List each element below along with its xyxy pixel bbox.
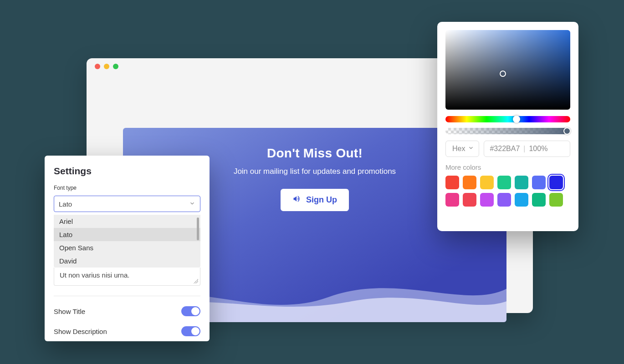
- maximize-dot-icon[interactable]: [113, 64, 118, 69]
- alpha-slider[interactable]: [445, 128, 570, 134]
- show-title-label: Show Title: [54, 308, 85, 315]
- show-title-toggle[interactable]: [181, 306, 200, 316]
- alpha-value: 100%: [529, 145, 547, 153]
- color-swatch[interactable]: [515, 193, 528, 207]
- color-mode-label: Hex: [452, 145, 465, 153]
- signup-button-label: Sign Up: [306, 195, 337, 205]
- font-type-dropdown: Ariel Lato Open Sans David: [54, 215, 200, 268]
- divider: [54, 296, 200, 296]
- hex-value: #322BA7: [490, 145, 520, 153]
- color-swatch[interactable]: [463, 176, 476, 189]
- color-swatch[interactable]: [445, 176, 459, 189]
- font-option[interactable]: David: [54, 254, 200, 268]
- sv-cursor-icon[interactable]: [500, 71, 506, 77]
- signup-button[interactable]: Sign Up: [281, 189, 349, 211]
- font-type-value: Lato: [59, 200, 72, 208]
- color-swatch[interactable]: [497, 176, 511, 189]
- textarea-value: Ut non varius nisi urna.: [60, 271, 129, 279]
- settings-heading: Settings: [54, 166, 200, 177]
- font-type-select[interactable]: Lato: [54, 196, 200, 212]
- color-picker-panel: Hex #322BA7 | 100% More colors: [437, 22, 578, 231]
- swatches-grid: [445, 176, 570, 207]
- hex-input[interactable]: #322BA7 | 100%: [484, 141, 570, 157]
- show-description-label: Show Description: [54, 328, 107, 335]
- hue-slider[interactable]: [445, 116, 570, 122]
- close-dot-icon[interactable]: [95, 64, 100, 69]
- color-swatch[interactable]: [549, 176, 563, 189]
- color-swatch[interactable]: [463, 193, 476, 207]
- font-option[interactable]: Lato: [54, 228, 200, 241]
- resize-grip-icon[interactable]: [194, 279, 198, 283]
- font-type-label: Font type: [54, 185, 200, 191]
- color-swatch[interactable]: [445, 193, 459, 207]
- color-swatch[interactable]: [532, 193, 546, 207]
- saturation-value-panel[interactable]: [445, 30, 570, 110]
- chevron-down-icon: [468, 145, 474, 153]
- hue-thumb-icon[interactable]: [513, 116, 520, 123]
- scrollbar[interactable]: [197, 217, 199, 240]
- font-option[interactable]: Ariel: [54, 215, 200, 228]
- description-textarea[interactable]: Ut non varius nisi urna.: [54, 268, 200, 286]
- color-swatch[interactable]: [497, 193, 511, 207]
- megaphone-icon: [292, 194, 302, 206]
- color-swatch[interactable]: [480, 176, 494, 189]
- settings-panel: Settings Font type Lato Ariel Lato Open …: [45, 156, 210, 341]
- minimize-dot-icon[interactable]: [104, 64, 109, 69]
- color-swatch[interactable]: [480, 193, 494, 207]
- color-swatch[interactable]: [549, 193, 563, 207]
- color-mode-select[interactable]: Hex: [445, 141, 479, 157]
- alpha-thumb-icon[interactable]: [563, 127, 571, 135]
- color-swatch[interactable]: [532, 176, 546, 189]
- font-option[interactable]: Open Sans: [54, 241, 200, 254]
- show-description-toggle[interactable]: [181, 326, 200, 336]
- more-colors-label: More colors: [445, 163, 570, 171]
- color-swatch[interactable]: [515, 176, 528, 189]
- separator: |: [523, 145, 525, 153]
- chevron-down-icon: [189, 200, 195, 208]
